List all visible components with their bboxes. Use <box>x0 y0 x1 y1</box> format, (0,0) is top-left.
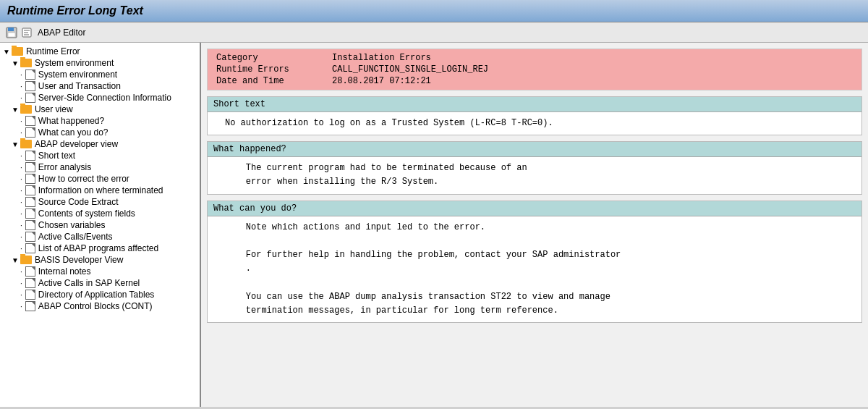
tree-item-short-text[interactable]: ·Short text <box>0 150 200 161</box>
short-text-header: Short text <box>208 97 861 112</box>
folder-icon <box>20 256 32 264</box>
tree-item-error-analysis[interactable]: ·Error analysis <box>0 161 200 173</box>
svg-rect-1 <box>8 28 14 31</box>
tree-panel: ▼Runtime Error▼System environment·System… <box>0 43 201 407</box>
tree-item-active-calls-events[interactable]: ·Active Calls/Events <box>0 231 200 243</box>
bullet: · <box>20 175 22 183</box>
tree-item-directory-of-application[interactable]: ·Directory of Application Tables <box>0 289 200 300</box>
bullet: · <box>20 164 22 172</box>
doc-icon <box>25 185 35 195</box>
doc-icon <box>25 197 35 207</box>
tree-label: Active Calls in SAP Kernel <box>38 278 140 288</box>
abap-editor-label: ABAP Editor <box>38 28 85 38</box>
doc-icon <box>25 116 35 126</box>
bullet: · <box>20 152 22 160</box>
date-time-value: 28.08.2017 07:12:21 <box>329 75 856 87</box>
error-info-box: Category Installation Errors Runtime Err… <box>207 49 862 90</box>
tree-item-system-environment-doc[interactable]: ·System environment <box>0 69 200 80</box>
tree-item-what-can-you-do[interactable]: ·What can you do? <box>0 127 200 138</box>
doc-icon <box>25 127 35 138</box>
tree-label: Source Code Extract <box>38 197 119 207</box>
bullet: · <box>20 245 22 253</box>
folder-icon <box>20 140 32 148</box>
doc-icon <box>25 220 35 230</box>
toolbar: ABAP Editor <box>0 22 868 43</box>
abap-editor-icon <box>22 27 33 38</box>
doc-icon <box>25 243 35 253</box>
tree-item-how-to-correct[interactable]: ·How to correct the error <box>0 173 200 185</box>
tree-label: How to correct the error <box>38 174 129 184</box>
tree-label: Runtime Error <box>26 46 80 56</box>
bullet: · <box>20 268 22 276</box>
category-row: Category Installation Errors <box>213 52 856 64</box>
tree-label: List of ABAP programs affected <box>38 243 158 253</box>
bullet: · <box>20 291 22 299</box>
what-happened-section: What happened? The current program had t… <box>207 141 862 194</box>
tree-item-abap-control-blocks[interactable]: ·ABAP Control Blocks (CONT) <box>0 300 200 312</box>
bullet: · <box>20 233 22 241</box>
tree-item-chosen-variables[interactable]: ·Chosen variables <box>0 219 200 231</box>
tree-label: Chosen variables <box>38 220 106 230</box>
bullet: · <box>20 117 22 125</box>
tree-label: Error analysis <box>38 162 91 172</box>
tree-item-list-of-abap[interactable]: ·List of ABAP programs affected <box>0 243 200 254</box>
bullet: · <box>20 222 22 229</box>
what-happened-content: The current program had to be terminated… <box>208 157 861 193</box>
category-value: Installation Errors <box>329 52 856 64</box>
svg-rect-2 <box>8 33 15 37</box>
tree-item-runtime-error[interactable]: ▼Runtime Error <box>0 46 200 57</box>
tree-label: BASIS Developer View <box>35 255 124 265</box>
doc-icon <box>25 69 35 80</box>
tree-label: Server-Side Connection Informatio <box>38 93 171 103</box>
doc-icon <box>25 162 35 172</box>
bullet: · <box>20 71 22 79</box>
tree-label: ABAP developer view <box>35 139 118 149</box>
tree-label: Information on where terminated <box>38 185 163 195</box>
tree-label: Contents of system fields <box>38 208 135 219</box>
tree-label: Short text <box>38 151 75 161</box>
tree-label: What happened? <box>38 116 104 126</box>
tree-item-server-side[interactable]: ·Server-Side Connection Informatio <box>0 92 200 104</box>
tree-item-internal-notes[interactable]: ·Internal notes <box>0 266 200 277</box>
tree-item-source-code-extract[interactable]: ·Source Code Extract <box>0 196 200 208</box>
title-bar: Runtime Error Long Text <box>0 0 868 22</box>
tree-label: User view <box>35 104 73 114</box>
bullet: · <box>20 129 22 137</box>
what-can-you-do-header: What can you do? <box>208 201 861 216</box>
bullet: · <box>20 187 22 195</box>
tree-label: Directory of Application Tables <box>38 290 155 300</box>
tree-item-contents-of-system-fields[interactable]: ·Contents of system fields <box>0 208 200 219</box>
tree-item-user-and-transaction[interactable]: ·User and Transaction <box>0 80 200 92</box>
folder-icon <box>20 105 32 114</box>
doc-icon <box>25 93 35 103</box>
bullet: · <box>20 210 22 218</box>
what-can-you-do-content: Note which actions and input led to the … <box>208 216 861 322</box>
tree-item-abap-developer-folder[interactable]: ▼ABAP developer view <box>0 138 200 150</box>
runtime-errors-value: CALL_FUNCTION_SINGLE_LOGIN_REJ <box>329 64 856 75</box>
folder-icon <box>12 47 23 56</box>
date-time-row: Date and Time 28.08.2017 07:12:21 <box>213 75 856 87</box>
save-icon[interactable] <box>6 27 17 38</box>
tree-item-basis-developer-folder[interactable]: ▼BASIS Developer View <box>0 254 200 266</box>
what-can-you-do-section: What can you do? Note which actions and … <box>207 201 862 323</box>
tree-item-user-view-folder[interactable]: ▼User view <box>0 104 200 115</box>
content-panel: Category Installation Errors Runtime Err… <box>201 43 868 407</box>
short-text-content: No authorization to log on as a Trusted … <box>208 112 861 135</box>
tree-label: System environment <box>35 58 114 68</box>
bullet: · <box>20 198 22 206</box>
tree-item-information-on-where[interactable]: ·Information on where terminated <box>0 185 200 196</box>
tree-label: Active Calls/Events <box>38 232 113 242</box>
tree-item-active-calls-sap[interactable]: ·Active Calls in SAP Kernel <box>0 277 200 289</box>
doc-icon <box>25 278 35 288</box>
folder-icon <box>20 59 32 67</box>
date-time-label: Date and Time <box>213 75 329 87</box>
tree-item-system-environment-folder[interactable]: ▼System environment <box>0 57 200 69</box>
doc-icon <box>25 232 35 242</box>
short-text-section: Short text No authorization to log on as… <box>207 96 862 135</box>
page-title: Runtime Error Long Text <box>7 4 143 17</box>
tree-label: ABAP Control Blocks (CONT) <box>38 301 153 311</box>
runtime-errors-label: Runtime Errors <box>213 64 329 75</box>
tree-label: System environment <box>38 69 117 80</box>
doc-icon <box>25 151 35 161</box>
tree-item-what-happened[interactable]: ·What happened? <box>0 115 200 127</box>
